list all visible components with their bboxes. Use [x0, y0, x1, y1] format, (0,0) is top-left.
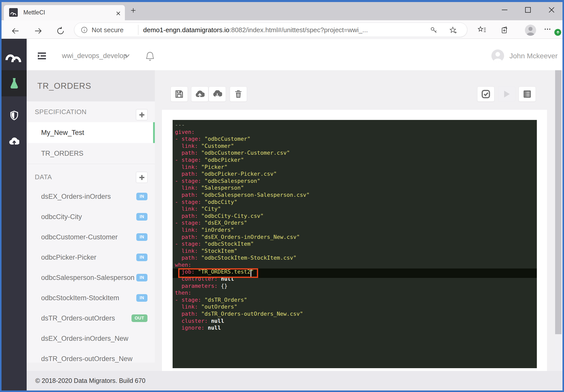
report-button[interactable] [519, 86, 536, 102]
flask-icon [10, 78, 19, 89]
security-label: Not secure [92, 26, 124, 34]
window-minimize-icon[interactable] [500, 6, 509, 14]
cloud-download-icon [212, 90, 222, 98]
code-line: link: "Customer" [175, 142, 310, 150]
section-header-specification: SPECIFICATION [27, 101, 155, 122]
job-highlight-box [178, 268, 258, 278]
list-item[interactable]: odbcCustomer-CustomerIN [27, 227, 155, 247]
address-bar[interactable]: Not secure demo1-engn.datamigrators.io:8… [74, 23, 467, 37]
browser-profile-avatar[interactable] [525, 25, 536, 36]
password-key-icon[interactable] [430, 26, 438, 34]
code-line: link: "outOrders" [175, 303, 310, 310]
code-line: - stage: "odbcStockItem" [175, 240, 310, 247]
code-line: path: "dsEX_Orders-inOrders_New.csv" [175, 234, 310, 241]
mettleci-logo-icon [10, 9, 17, 16]
left-panel: TR_ORDERS SPECIFICATIONMy_New_TestTR_ORD… [27, 70, 155, 363]
menu-icon[interactable] [38, 52, 46, 59]
list-item[interactable]: odbcPicker-PickerIN [27, 247, 155, 268]
code-line: - stage: "dsTR_Orders" [175, 296, 310, 304]
url-separator [138, 25, 138, 35]
code-line: cluster: null [175, 317, 310, 325]
url-path: :8082/index.html#/unittest/spec?project=… [229, 26, 368, 34]
code-line: path: "dsTR_Orders-outOrders_New.csv" [175, 310, 310, 317]
back-icon[interactable] [11, 26, 20, 35]
save-button[interactable] [171, 86, 188, 102]
person-icon [491, 49, 504, 62]
list-item[interactable]: My_New_Test [27, 122, 155, 143]
code-line: --- [175, 121, 310, 129]
download-button[interactable] [209, 86, 226, 102]
panel-title: TR_ORDERS [37, 81, 91, 91]
run-button[interactable] [498, 86, 515, 102]
list-item[interactable]: odbcCity-CityIN [27, 207, 155, 227]
code-editor[interactable]: ---given:- stage: "odbcCustomer" link: "… [173, 120, 537, 368]
list-item-label: TR_ORDERS [41, 150, 84, 157]
content-area: TR_ORDERS SPECIFICATIONMy_New_TestTR_ORD… [27, 70, 557, 371]
info-icon[interactable] [81, 27, 88, 33]
list-item[interactable]: dsEX_Orders-inOrdersIN [27, 186, 155, 207]
code-line: - stage: "odbcPicker" [175, 156, 310, 164]
list-item-label: dsTR_Orders-outOrders_New [41, 355, 132, 363]
project-selector[interactable]: wwi_devops_develop [62, 52, 127, 60]
refresh-icon[interactable] [56, 26, 65, 35]
sidebar-item-security[interactable] [2, 110, 27, 121]
forward-icon[interactable] [34, 26, 43, 35]
panel-title-block: TR_ORDERS [27, 70, 155, 101]
list-item-label: dsTR_Orders-outOrders [41, 314, 115, 322]
settings-dots-icon[interactable] [543, 26, 552, 34]
list-item[interactable]: dsTR_Orders-outOrders_New [27, 349, 155, 363]
bookmark-star-icon[interactable] [449, 26, 457, 34]
app-page: wwi_devops_develop John Mckeever TR_ORDE… [2, 39, 562, 390]
user-avatar[interactable] [491, 49, 504, 62]
window-close-icon[interactable] [547, 6, 556, 14]
app-logo[interactable] [2, 39, 27, 70]
list-item[interactable]: dsTR_Orders-outOrdersOUT [27, 308, 155, 328]
list-item-label: odbcStockItem-StockItem [41, 294, 119, 302]
direction-badge: IN [136, 294, 147, 302]
list-item[interactable]: odbcStockItem-StockItemIN [27, 288, 155, 308]
list-item[interactable]: odbcSalesperson-SalespersonIN [27, 268, 155, 288]
add-data-button[interactable] [136, 172, 148, 183]
app-header: wwi_devops_develop John Mckeever [27, 39, 562, 70]
section-label: SPECIFICATION [35, 108, 87, 116]
plus-icon [139, 112, 145, 118]
section-label: DATA [35, 173, 52, 181]
chevron-down-icon [124, 54, 130, 58]
section-header-data: DATA [27, 164, 155, 186]
code-line: - stage: "odbcCity" [175, 199, 310, 206]
scrollbar-thumb[interactable] [555, 70, 561, 334]
scrollbar-track[interactable] [555, 70, 562, 371]
direction-badge: IN [136, 274, 147, 281]
list-item[interactable]: TR_ORDERS [27, 143, 155, 164]
validate-button[interactable] [477, 86, 494, 102]
code-line: when: [175, 261, 310, 269]
upload-button[interactable] [191, 86, 208, 102]
direction-badge: OUT [131, 314, 147, 322]
window-maximize-icon[interactable] [524, 6, 532, 14]
code-line: link: "City" [175, 205, 310, 212]
person-icon [525, 25, 536, 36]
browser-tab[interactable]: MettleCI [4, 5, 125, 20]
collections-icon[interactable] [500, 26, 509, 34]
sidebar-item-tests[interactable] [2, 70, 27, 96]
list-item-label: odbcSalesperson-Salesperson [41, 274, 135, 282]
code-line: link: "Salesperson" [175, 184, 310, 191]
code-line: path: "odbcCustomer-Customer.csv" [175, 149, 310, 156]
code-line: - stage: "odbcSalesperson" [175, 177, 310, 185]
delete-button[interactable] [230, 86, 247, 102]
notifications-bell-icon[interactable] [145, 51, 155, 61]
sidebar-item-deploy[interactable] [2, 136, 27, 147]
favorites-icon[interactable] [478, 26, 486, 34]
list-item-label: odbcCustomer-Customer [41, 233, 118, 241]
code-line: - stage: "odbcCustomer" [175, 135, 310, 142]
list-item-label: dsEX_Orders-inOrders_New [41, 335, 128, 343]
new-tab-icon[interactable] [130, 7, 137, 14]
add-specification-button[interactable] [136, 109, 148, 120]
list-item[interactable]: dsEX_Orders-inOrders_New [27, 328, 155, 349]
code-line: then: [175, 289, 310, 296]
url-host: demo1-engn.datamigrators.io [143, 26, 229, 34]
code-line: path: "odbcSalesperson-Salesperson.csv" [175, 191, 310, 199]
tab-close-icon[interactable] [115, 10, 122, 17]
cloud-upload-icon [195, 90, 205, 98]
update-badge-icon[interactable] [554, 29, 561, 36]
